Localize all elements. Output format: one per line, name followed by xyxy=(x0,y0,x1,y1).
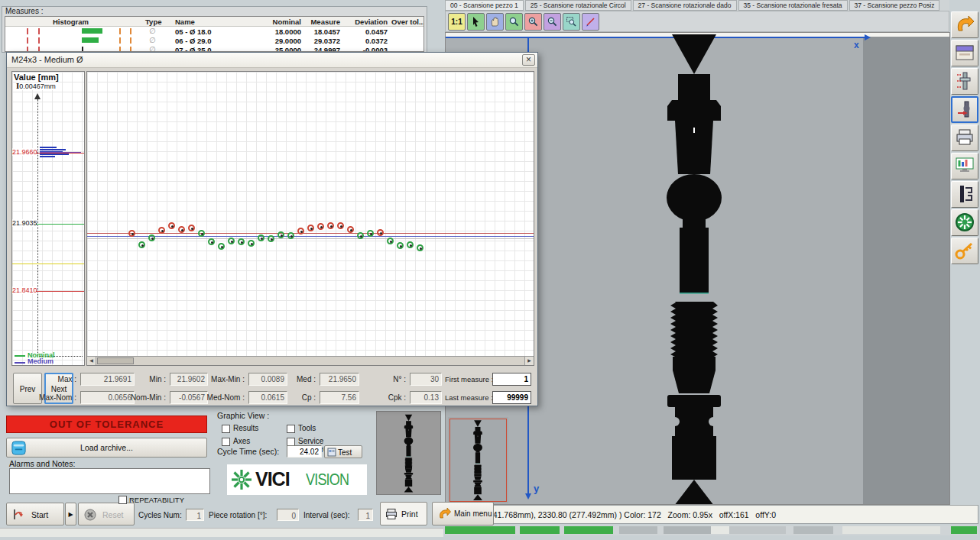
cursor-icon xyxy=(470,16,482,27)
printer-icon xyxy=(954,127,975,148)
status-segment xyxy=(657,526,664,534)
status-segment xyxy=(833,526,842,534)
cycles-field[interactable] xyxy=(186,509,204,521)
measures-config-button[interactable] xyxy=(951,68,978,95)
scan-tab[interactable]: 25 - Scansione rotazionale Circol xyxy=(525,0,631,11)
alarms-textarea[interactable] xyxy=(9,468,210,494)
archive-button[interactable] xyxy=(951,40,978,66)
measure-name: 07 - Ø 25.0 xyxy=(175,46,212,52)
alarms-label: Alarms and Notes: xyxy=(9,459,75,468)
key-icon xyxy=(954,240,975,261)
table-row[interactable]: ∅06 - Ø 29.029.000029.03720.0372 xyxy=(5,36,423,45)
scan-piece-button[interactable] xyxy=(951,96,978,123)
tolerance-dash-icon xyxy=(119,47,121,52)
tools-button[interactable] xyxy=(951,181,978,208)
rotation-field[interactable] xyxy=(277,509,299,521)
scan-tab[interactable]: 27 - Scansione rotazionale dado xyxy=(633,0,737,11)
zoom-tool-button[interactable] xyxy=(505,13,523,31)
tolerance-dash-icon xyxy=(119,28,121,34)
stat-input[interactable]: 99999 xyxy=(492,391,531,404)
stat-label: Nom-Min : xyxy=(112,393,166,402)
col-type: Type xyxy=(145,18,161,26)
test-button[interactable]: Test xyxy=(324,445,362,458)
measure-value: 24.9997 xyxy=(305,46,340,52)
stat-label: Last measure : xyxy=(445,393,489,402)
table-row[interactable]: ∅05 - Ø 18.018.000018.04570.0457 xyxy=(5,27,423,36)
col-measure: Measure xyxy=(305,18,340,26)
print-button[interactable] xyxy=(951,124,978,151)
stat-input[interactable]: 1 xyxy=(492,373,531,386)
brand-logo: VICI VISION xyxy=(227,464,367,495)
reset-button[interactable]: Reset xyxy=(78,503,135,525)
measures-table[interactable]: Histogram Type Name Nominal Measure Devi… xyxy=(5,16,424,52)
navigator-thumbnail[interactable] xyxy=(448,417,508,503)
zoom-window-button[interactable] xyxy=(563,13,580,31)
scan-tab[interactable]: 00 - Scansione pezzo 1 xyxy=(445,0,524,11)
stat-value: 30 xyxy=(410,373,442,386)
zoom-out-button[interactable] xyxy=(544,13,561,31)
status-segment xyxy=(940,526,951,534)
archive-box-icon xyxy=(954,42,975,63)
start-options-button[interactable]: ▶ xyxy=(65,503,76,525)
status-segment xyxy=(445,526,515,534)
printer-icon xyxy=(385,507,398,521)
measure-value: 18.0457 xyxy=(305,27,340,36)
viewer-status-bar: ( -2983.43 (-41.768mm), 2330.80 (277.492… xyxy=(445,505,978,524)
pan-tool-button[interactable] xyxy=(486,13,504,31)
service-button[interactable] xyxy=(951,238,978,264)
brand-vici: VICI xyxy=(255,468,290,490)
start-button[interactable]: Start xyxy=(6,503,64,525)
results-button[interactable] xyxy=(951,153,978,179)
stat-label: N° : xyxy=(352,375,406,383)
measure-pen-icon xyxy=(585,16,596,27)
table-row[interactable]: ∅07 - Ø 25.025.000024.9997-0.0003 xyxy=(5,45,423,52)
x-axis-label: x xyxy=(854,40,859,50)
graphic-view-checkbox[interactable] xyxy=(222,425,230,433)
graphic-view-option-label: Tools xyxy=(298,424,316,432)
main-menu-button[interactable]: Main menu xyxy=(432,502,494,525)
repeatability-checkbox[interactable] xyxy=(118,496,127,504)
viewer-status-text: ( -2983.43 (-41.768mm), 2330.80 (277.492… xyxy=(449,510,776,519)
graphic-view-checkbox[interactable] xyxy=(287,425,295,433)
vici-button[interactable] xyxy=(951,209,978,236)
tolerance-dash-icon xyxy=(27,47,28,52)
status-segment xyxy=(951,526,977,534)
part-thumbnail-icon xyxy=(401,414,417,493)
histogram-bar xyxy=(82,47,83,52)
graphic-view-checkbox[interactable] xyxy=(222,438,230,446)
print-label: Print xyxy=(401,509,418,519)
main-menu-button[interactable] xyxy=(951,11,978,38)
select-tool-button[interactable] xyxy=(467,13,485,31)
scan-tab-bar: 00 - Scansione pezzo 125 - Scansione rot… xyxy=(445,0,949,11)
stat-label: Med-Nom : xyxy=(191,393,245,402)
stat-value: 0.13 xyxy=(410,391,442,404)
status-segment xyxy=(711,526,729,534)
measure-line-button[interactable] xyxy=(582,13,599,31)
scan-tab[interactable]: 35 - Scansione rotazionale fresata xyxy=(738,0,848,11)
magnifier-icon xyxy=(508,16,520,27)
cycle-time-field[interactable] xyxy=(287,445,322,458)
zoom-in-button[interactable] xyxy=(524,13,542,31)
interval-field[interactable] xyxy=(358,509,373,521)
scan-tab[interactable]: 37 - Scansione pezzo Posiz xyxy=(849,0,940,11)
viewer-dark-band xyxy=(863,37,949,504)
repeatability-label: REPEATABILITY xyxy=(129,496,184,504)
load-archive-button[interactable]: Load archive... xyxy=(6,438,207,458)
stat-label: Cp : xyxy=(262,393,316,402)
status-segment xyxy=(793,526,833,534)
main-menu-label: Main menu xyxy=(454,509,492,518)
diameter-type-icon: ∅ xyxy=(149,27,156,35)
graphic-view-option-label: Results xyxy=(233,424,258,432)
measure-name: 05 - Ø 18.0 xyxy=(175,27,212,36)
stat-label: Cpk : xyxy=(352,393,406,402)
measures-table-header: Histogram Type Name Nominal Measure Devi… xyxy=(5,17,423,27)
status-segment xyxy=(520,526,560,534)
view-toolbar: 1:1 xyxy=(445,11,949,32)
diameter-type-icon: ∅ xyxy=(149,36,156,44)
monitor-results-icon xyxy=(954,155,975,176)
status-segment xyxy=(564,526,613,534)
actual-size-button[interactable]: 1:1 xyxy=(448,13,466,31)
tolerance-dash-icon xyxy=(27,37,28,44)
measures-label: Measures : xyxy=(5,7,43,15)
print-button[interactable]: Print xyxy=(380,502,427,525)
